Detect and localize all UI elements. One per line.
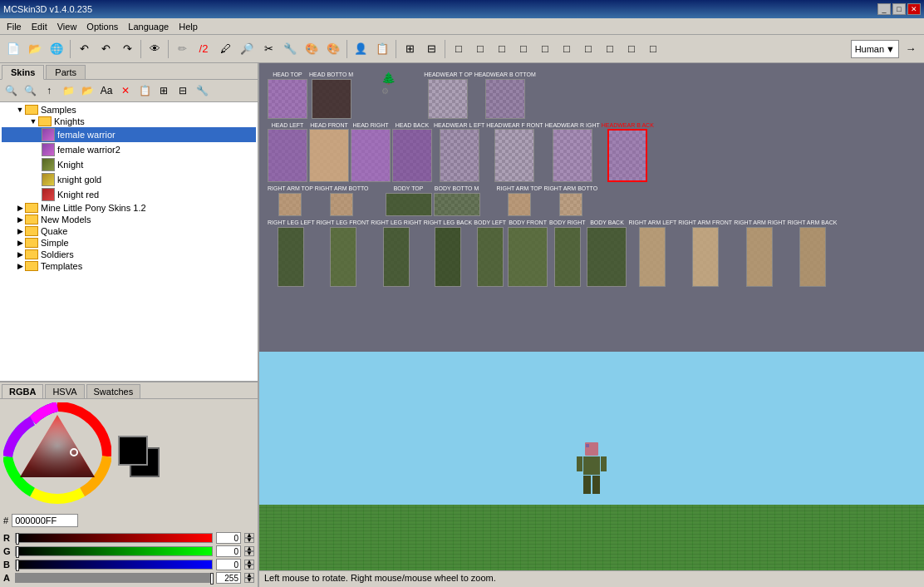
foreground-color-box[interactable] <box>118 436 148 466</box>
expand-new-models-icon[interactable]: ▶ <box>15 215 25 224</box>
palette1-button[interactable]: 🎨 <box>302 39 322 59</box>
view9-button[interactable]: □ <box>622 39 641 59</box>
a-label: A <box>3 573 12 583</box>
close-button[interactable]: ✕ <box>907 3 921 15</box>
undo-button[interactable]: ↶ <box>74 39 94 59</box>
hex-input[interactable] <box>12 514 78 527</box>
export-button[interactable]: → <box>901 39 921 59</box>
a-input[interactable] <box>216 572 241 584</box>
color-tab-hsva[interactable]: HSVA <box>45 384 84 398</box>
add-skin-button[interactable]: 📂 <box>78 81 96 100</box>
tree-item-knight[interactable]: Knight <box>2 157 256 172</box>
undo2-button[interactable]: ↶ <box>96 39 116 59</box>
expand-templates-icon[interactable]: ▶ <box>15 261 25 271</box>
a-down-arrow[interactable]: ▼ <box>244 578 254 583</box>
web-button[interactable]: 🌐 <box>47 39 66 59</box>
rename-button[interactable]: Aa <box>97 81 116 100</box>
settings-button[interactable]: 🔧 <box>193 81 211 100</box>
r-down-arrow[interactable]: ▼ <box>244 538 254 543</box>
tree-item-knight-red[interactable]: Knight red <box>2 187 256 202</box>
tree-item-soldiers[interactable]: ▶ Soldiers <box>2 249 256 260</box>
g-input[interactable] <box>216 545 241 557</box>
view7-button[interactable]: □ <box>578 39 598 59</box>
menu-view[interactable]: View <box>52 20 82 33</box>
grid2-button[interactable]: ⊟ <box>421 39 441 59</box>
expand-knights-icon[interactable]: ▼ <box>28 116 38 126</box>
tree-item-knight-gold[interactable]: knight gold <box>2 172 256 187</box>
new-button[interactable]: 📄 <box>3 39 23 59</box>
r-input[interactable] <box>216 532 241 544</box>
zoom-in-button[interactable]: 🔍 <box>2 81 20 100</box>
view5-button[interactable]: □ <box>535 39 555 59</box>
color-wheel[interactable] <box>3 402 111 511</box>
g-track[interactable] <box>15 546 213 556</box>
eye-button[interactable]: 👁 <box>145 39 165 59</box>
view8-button[interactable]: □ <box>600 39 620 59</box>
view4-button[interactable]: □ <box>514 39 533 59</box>
expand-mine-pony-icon[interactable]: ▶ <box>15 203 25 213</box>
menu-edit[interactable]: Edit <box>27 20 52 33</box>
view2-button[interactable]: □ <box>470 39 490 59</box>
b-label: B <box>3 560 12 570</box>
human-dropdown[interactable]: Human ▼ <box>851 40 899 58</box>
expand-quake-icon[interactable]: ▶ <box>15 226 25 236</box>
expand-soldiers-icon[interactable]: ▶ <box>15 249 25 259</box>
grid2-skin-button[interactable]: ⊟ <box>174 81 192 100</box>
tree-item-female-warrior2[interactable]: female warrior2 <box>2 142 256 157</box>
tree-item-female-warrior[interactable]: female warrior <box>2 127 256 142</box>
zoom-out-button[interactable]: 🔍 <box>21 81 39 100</box>
view6-button[interactable]: □ <box>557 39 577 59</box>
menu-language[interactable]: Language <box>123 20 174 33</box>
pen-button[interactable]: 🖊 <box>215 39 235 59</box>
tree-item-templates[interactable]: ▶ Templates <box>2 260 256 272</box>
tree-label-simple: Simple <box>41 238 69 248</box>
slash-button[interactable]: /2 <box>194 39 214 59</box>
minimize-button[interactable]: _ <box>877 3 891 15</box>
wrench-button[interactable]: 🔧 <box>280 39 300 59</box>
color-tab-rgba[interactable]: RGBA <box>2 384 43 398</box>
tab-parts[interactable]: Parts <box>46 65 86 79</box>
grid-button[interactable]: ⊞ <box>155 81 173 100</box>
menu-help[interactable]: Help <box>174 20 203 33</box>
delete-button[interactable]: ✕ <box>116 81 135 100</box>
person-button[interactable]: 👤 <box>351 39 371 59</box>
tree-item-mine-pony[interactable]: ▶ Mine Little Pony Skins 1.2 <box>2 202 256 214</box>
skin-editor[interactable]: HEAD TOP HEAD BOTTO M <box>259 63 924 352</box>
tree-item-simple[interactable]: ▶ Simple <box>2 237 256 249</box>
tree-item-knights[interactable]: ▼ Knights <box>2 116 256 127</box>
g-down-arrow[interactable]: ▼ <box>244 551 254 556</box>
b-input[interactable] <box>216 559 241 570</box>
tree-item-quake[interactable]: ▶ Quake <box>2 225 256 237</box>
tree-item-samples[interactable]: ▼ Samples <box>2 104 256 116</box>
copy-button[interactable]: 📋 <box>372 39 392 59</box>
expand-simple-icon[interactable]: ▶ <box>15 238 25 248</box>
open-button[interactable]: 📂 <box>25 39 45 59</box>
status-text: Left mouse to rotate. Right mouse/mouse … <box>264 573 496 583</box>
viewport[interactable] <box>259 352 924 571</box>
tree-item-new-models[interactable]: ▶ New Models <box>2 214 256 225</box>
search-button[interactable]: 🔎 <box>237 39 257 59</box>
tab-skins[interactable]: Skins <box>2 65 44 80</box>
palette2-button[interactable]: 🎨 <box>323 39 343 59</box>
skin-part-headwear-left: HEADWEAR L EFT <box>434 122 484 183</box>
pencil-button[interactable]: ✏ <box>172 39 192 59</box>
clone-button[interactable]: 📋 <box>135 81 154 100</box>
expand-samples-icon[interactable]: ▼ <box>15 105 25 115</box>
redo-button[interactable]: ↷ <box>117 39 137 59</box>
maximize-button[interactable]: □ <box>892 3 906 15</box>
dropdown-arrow-icon: ▼ <box>886 44 895 54</box>
add-folder-button[interactable]: 📁 <box>59 81 77 100</box>
view3-button[interactable]: □ <box>492 39 512 59</box>
menu-options[interactable]: Options <box>81 20 123 33</box>
scissors-button[interactable]: ✂ <box>258 39 278 59</box>
a-track[interactable] <box>15 573 213 583</box>
view1-button[interactable]: □ <box>449 39 469 59</box>
view10-button[interactable]: □ <box>643 39 663 59</box>
color-tab-swatches[interactable]: Swatches <box>86 384 141 398</box>
b-track[interactable] <box>15 560 213 570</box>
menu-file[interactable]: File <box>2 20 27 33</box>
r-track[interactable] <box>15 533 213 543</box>
b-down-arrow[interactable]: ▼ <box>244 565 254 570</box>
upload-button[interactable]: ↑ <box>40 81 58 100</box>
grid1-button[interactable]: ⊞ <box>400 39 420 59</box>
